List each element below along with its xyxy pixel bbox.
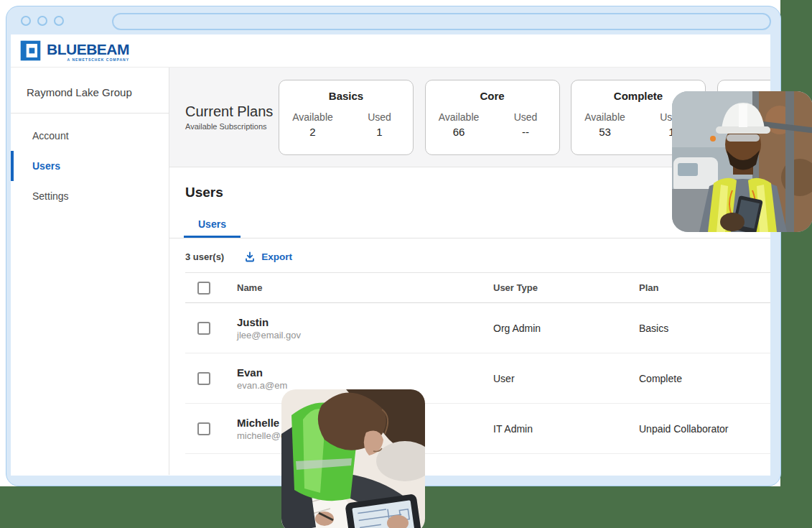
current-plans-subtitle: Available Subscriptions xyxy=(185,122,273,131)
available-value: 53 xyxy=(571,126,638,138)
green-backdrop-right xyxy=(780,0,812,528)
plan-name: Core xyxy=(426,90,559,102)
construction-worker-photo xyxy=(672,91,812,232)
brand-name: BLUEBEAM xyxy=(47,42,129,57)
user-name: Justin xyxy=(237,316,493,328)
bluebeam-logo: BLUEBEAM A NEMETSCHEK COMPANY xyxy=(19,40,129,62)
row-checkbox[interactable] xyxy=(197,322,210,335)
users-table: Name User Type Plan Justin jlee@email.go… xyxy=(185,272,770,454)
available-value: 2 xyxy=(279,126,346,138)
export-label: Export xyxy=(261,251,292,262)
window-control-icon[interactable] xyxy=(21,16,31,26)
row-checkbox[interactable] xyxy=(197,372,210,385)
plan-cell: Complete xyxy=(639,373,770,384)
used-value: -- xyxy=(493,126,559,138)
sidebar-item-users[interactable]: Users xyxy=(11,151,169,181)
tab-users[interactable]: Users xyxy=(184,214,241,238)
user-type-cell: Org Admin xyxy=(493,323,639,334)
user-count: 3 user(s) xyxy=(185,251,224,262)
table-toolbar: 3 user(s) Export xyxy=(185,251,770,263)
worker-with-tablet-photo xyxy=(281,389,425,528)
window-control-icon[interactable] xyxy=(54,16,64,26)
sidebar-nav: Account Users Settings xyxy=(11,114,169,211)
used-label: Used xyxy=(493,111,559,123)
logo-bar: BLUEBEAM A NEMETSCHEK COMPANY xyxy=(11,34,770,68)
available-label: Available xyxy=(571,111,638,123)
org-name: Raymond Lake Group xyxy=(11,68,169,114)
bluebeam-logo-icon xyxy=(19,40,42,62)
used-label: Used xyxy=(346,111,413,123)
table-row: Evan evan.a@em User Complete xyxy=(185,353,770,404)
plan-card-basics: Basics Available 2 Used 1 xyxy=(279,80,414,155)
window-controls xyxy=(21,16,64,26)
user-name: Evan xyxy=(237,366,493,379)
export-button[interactable]: Export xyxy=(244,251,292,263)
table-row: Justin jlee@email.gov Org Admin Basics xyxy=(185,303,770,353)
bluebeam-wordmark: BLUEBEAM A NEMETSCHEK COMPANY xyxy=(47,42,129,62)
column-header-user-type: User Type xyxy=(493,282,639,293)
plan-card-core: Core Available 66 Used -- xyxy=(425,80,560,155)
current-plans-title: Current Plans xyxy=(185,103,273,120)
user-email: jlee@email.gov xyxy=(237,330,493,341)
browser-chrome xyxy=(6,6,780,34)
table-row: Michelle michelle@e IT Admin Unpaid Coll… xyxy=(185,404,770,454)
user-type-cell: IT Admin xyxy=(493,423,639,435)
plan-name: Basics xyxy=(279,90,413,102)
plan-cell: Basics xyxy=(639,323,770,334)
row-checkbox[interactable] xyxy=(197,422,210,435)
url-bar[interactable] xyxy=(112,13,771,30)
available-label: Available xyxy=(426,111,493,123)
column-header-plan: Plan xyxy=(639,282,770,293)
sidebar-item-settings[interactable]: Settings xyxy=(11,181,169,211)
page: BLUEBEAM A NEMETSCHEK COMPANY Raymond La… xyxy=(0,0,812,528)
table-header-row: Name User Type Plan xyxy=(185,272,770,303)
available-label: Available xyxy=(279,111,346,123)
download-icon xyxy=(244,251,256,263)
sidebar-item-account[interactable]: Account xyxy=(11,121,169,151)
user-type-cell: User xyxy=(493,373,639,384)
available-value: 66 xyxy=(426,126,493,138)
plan-cell: Unpaid Collaborator xyxy=(639,423,770,435)
sidebar: Raymond Lake Group Account Users Setting… xyxy=(11,68,169,475)
used-value: 1 xyxy=(346,126,413,138)
column-header-name: Name xyxy=(237,282,493,293)
window-control-icon[interactable] xyxy=(37,16,47,26)
select-all-checkbox[interactable] xyxy=(197,282,210,295)
brand-tagline: A NEMETSCHEK COMPANY xyxy=(47,58,129,62)
